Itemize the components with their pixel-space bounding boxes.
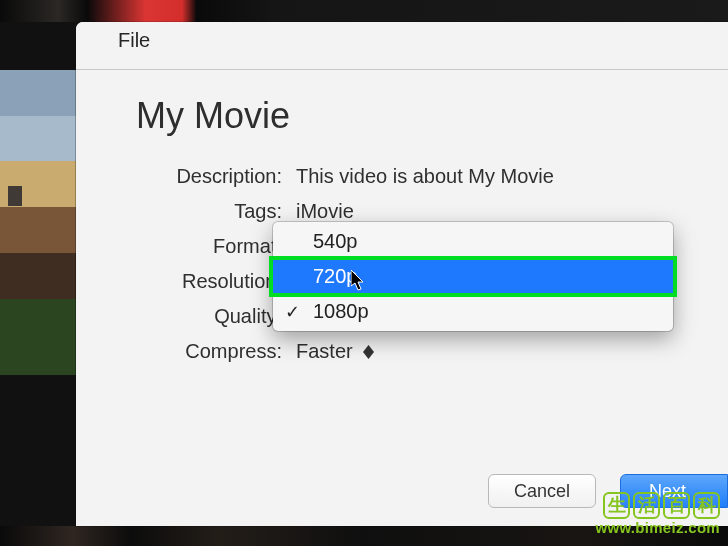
dropdown-option-1080p[interactable]: ✓ 1080p (273, 294, 673, 329)
checkmark-icon: ✓ (285, 301, 300, 323)
dropdown-option-720p[interactable]: 720p (273, 259, 673, 294)
thumbnail-object (8, 186, 22, 206)
resolution-label: Resolution: (138, 270, 282, 293)
format-label: Format: (138, 235, 282, 258)
button-row: Cancel Next (488, 474, 728, 508)
description-field[interactable]: This video is about My Movie (296, 165, 688, 188)
compress-label: Compress: (138, 340, 282, 363)
compress-select[interactable]: Faster (296, 340, 688, 363)
svg-marker-2 (363, 345, 374, 352)
bottom-background-bar (0, 526, 728, 546)
svg-marker-3 (363, 352, 374, 359)
page-title: My Movie (136, 95, 688, 137)
cursor-icon (351, 270, 368, 292)
svg-marker-4 (351, 270, 363, 290)
compress-stepper-icon[interactable] (363, 345, 374, 359)
top-background-bar (0, 0, 728, 22)
menu-file[interactable]: File (118, 29, 150, 52)
resolution-dropdown: 540p 720p ✓ 1080p (273, 222, 673, 331)
dropdown-option-label: 540p (313, 230, 358, 253)
quality-label: Quality: (138, 305, 282, 328)
tags-label: Tags: (138, 200, 282, 223)
dropdown-option-540p[interactable]: 540p (273, 224, 673, 259)
compress-value: Faster (296, 340, 353, 363)
menubar: File (76, 22, 728, 70)
dropdown-option-label: 1080p (313, 300, 369, 323)
next-button[interactable]: Next (620, 474, 728, 508)
video-thumbnail (0, 70, 76, 375)
cancel-button[interactable]: Cancel (488, 474, 596, 508)
tags-field[interactable]: iMovie (296, 200, 688, 223)
description-label: Description: (138, 165, 282, 188)
